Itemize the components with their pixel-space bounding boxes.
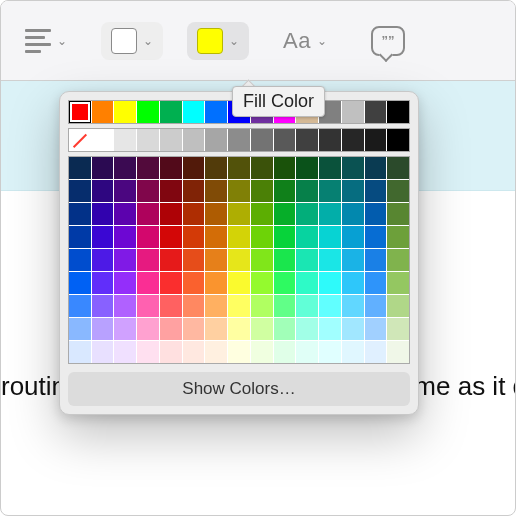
color-swatch[interactable]: [251, 203, 273, 225]
color-swatch[interactable]: [160, 295, 182, 317]
color-swatch[interactable]: [296, 318, 318, 340]
color-swatch[interactable]: [69, 203, 91, 225]
blockquote-button[interactable]: ””: [361, 20, 415, 62]
color-swatch[interactable]: [387, 341, 409, 363]
color-swatch[interactable]: [365, 295, 387, 317]
color-swatch[interactable]: [274, 249, 296, 271]
color-swatch[interactable]: [92, 203, 114, 225]
color-swatch[interactable]: [137, 318, 159, 340]
color-swatch[interactable]: [251, 249, 273, 271]
color-swatch[interactable]: [274, 129, 296, 151]
color-swatch[interactable]: [228, 272, 250, 294]
color-swatch[interactable]: [183, 101, 205, 123]
color-swatch[interactable]: [69, 272, 91, 294]
color-swatch[interactable]: [296, 341, 318, 363]
color-swatch[interactable]: [69, 226, 91, 248]
color-swatch[interactable]: [137, 226, 159, 248]
color-swatch[interactable]: [365, 249, 387, 271]
color-swatch[interactable]: [137, 129, 159, 151]
color-swatch[interactable]: [342, 157, 364, 179]
color-swatch[interactable]: [92, 129, 114, 151]
color-swatch[interactable]: [183, 129, 205, 151]
color-swatch[interactable]: [251, 272, 273, 294]
fill-color-button[interactable]: ⌄: [187, 22, 249, 60]
color-swatch[interactable]: [274, 226, 296, 248]
color-swatch[interactable]: [114, 203, 136, 225]
color-swatch[interactable]: [365, 157, 387, 179]
color-swatch[interactable]: [365, 226, 387, 248]
color-swatch[interactable]: [69, 157, 91, 179]
color-swatch[interactable]: [342, 203, 364, 225]
color-swatch[interactable]: [251, 157, 273, 179]
color-swatch[interactable]: [319, 129, 341, 151]
color-swatch[interactable]: [274, 180, 296, 202]
color-swatch[interactable]: [387, 272, 409, 294]
paragraph-style-button[interactable]: ⌄: [15, 23, 77, 59]
color-swatch[interactable]: [114, 129, 136, 151]
color-swatch[interactable]: [114, 226, 136, 248]
color-swatch[interactable]: [160, 101, 182, 123]
color-swatch[interactable]: [160, 157, 182, 179]
color-swatch[interactable]: [160, 249, 182, 271]
color-swatch[interactable]: [274, 203, 296, 225]
color-swatch[interactable]: [69, 180, 91, 202]
color-swatch[interactable]: [160, 341, 182, 363]
color-swatch[interactable]: [183, 318, 205, 340]
color-swatch[interactable]: [183, 295, 205, 317]
color-swatch[interactable]: [296, 203, 318, 225]
color-swatch[interactable]: [205, 226, 227, 248]
color-swatch[interactable]: [92, 180, 114, 202]
color-swatch[interactable]: [274, 157, 296, 179]
color-swatch[interactable]: [387, 101, 409, 123]
color-swatch[interactable]: [92, 341, 114, 363]
color-swatch[interactable]: [387, 129, 409, 151]
color-swatch[interactable]: [92, 226, 114, 248]
color-swatch[interactable]: [342, 226, 364, 248]
no-color-swatch[interactable]: [69, 129, 91, 151]
border-color-button[interactable]: ⌄: [101, 22, 163, 60]
color-swatch[interactable]: [228, 295, 250, 317]
color-swatch[interactable]: [387, 318, 409, 340]
color-swatch[interactable]: [319, 226, 341, 248]
color-swatch[interactable]: [296, 129, 318, 151]
color-swatch[interactable]: [92, 101, 114, 123]
color-swatch[interactable]: [387, 180, 409, 202]
color-swatch[interactable]: [114, 157, 136, 179]
color-swatch[interactable]: [251, 180, 273, 202]
color-swatch[interactable]: [365, 203, 387, 225]
color-swatch[interactable]: [205, 180, 227, 202]
color-swatch[interactable]: [114, 295, 136, 317]
color-swatch[interactable]: [251, 341, 273, 363]
color-swatch[interactable]: [69, 295, 91, 317]
color-swatch[interactable]: [160, 203, 182, 225]
color-swatch[interactable]: [274, 295, 296, 317]
color-swatch[interactable]: [342, 295, 364, 317]
color-swatch[interactable]: [319, 203, 341, 225]
color-swatch[interactable]: [228, 226, 250, 248]
color-swatch[interactable]: [205, 295, 227, 317]
color-swatch[interactable]: [137, 180, 159, 202]
color-swatch[interactable]: [69, 101, 91, 123]
color-swatch[interactable]: [365, 272, 387, 294]
color-swatch[interactable]: [114, 101, 136, 123]
color-swatch[interactable]: [183, 180, 205, 202]
color-swatch[interactable]: [319, 341, 341, 363]
color-swatch[interactable]: [160, 318, 182, 340]
color-swatch[interactable]: [137, 295, 159, 317]
color-swatch[interactable]: [296, 249, 318, 271]
color-swatch[interactable]: [183, 157, 205, 179]
color-swatch[interactable]: [137, 272, 159, 294]
color-swatch[interactable]: [342, 249, 364, 271]
color-swatch[interactable]: [296, 180, 318, 202]
color-swatch[interactable]: [365, 129, 387, 151]
color-swatch[interactable]: [205, 272, 227, 294]
color-swatch[interactable]: [319, 318, 341, 340]
color-swatch[interactable]: [160, 272, 182, 294]
color-swatch[interactable]: [342, 341, 364, 363]
text-style-button[interactable]: Aa ⌄: [273, 22, 337, 60]
color-swatch[interactable]: [228, 129, 250, 151]
color-swatch[interactable]: [228, 203, 250, 225]
color-swatch[interactable]: [205, 341, 227, 363]
color-swatch[interactable]: [319, 272, 341, 294]
color-swatch[interactable]: [114, 318, 136, 340]
